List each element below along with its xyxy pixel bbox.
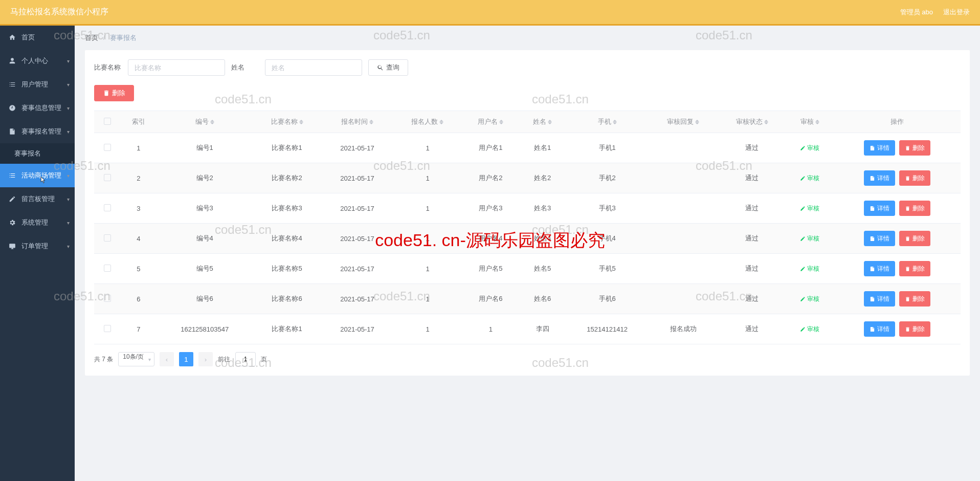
cell-date: 2021-05-17 (321, 314, 393, 344)
cell-user: 用户名6 (462, 284, 519, 314)
col-header-1[interactable]: 编号 (157, 111, 253, 133)
audit-button[interactable]: 审核 (800, 234, 819, 243)
cell-realname: 姓名4 (520, 224, 566, 254)
trash-icon (905, 326, 910, 332)
submenu-registration[interactable]: 赛事报名 (0, 143, 75, 164)
batch-delete-button[interactable]: 删除 (94, 85, 134, 101)
detail-button[interactable]: 详情 (864, 261, 895, 276)
doc-icon (870, 266, 875, 272)
audit-button[interactable]: 审核 (800, 174, 819, 183)
content-card: 比赛名称 姓名 查询 删除 索引编号比赛名称报名时间报名人数用户名姓名手机审核回… (85, 50, 970, 376)
col-header-6[interactable]: 姓名 (520, 111, 566, 133)
cell-date: 2021-05-17 (321, 133, 393, 163)
detail-button[interactable]: 详情 (864, 231, 895, 246)
col-header-5[interactable]: 用户名 (462, 111, 519, 133)
sort-icon (499, 120, 503, 124)
col-header-11[interactable]: 操作 (833, 111, 961, 133)
edit-icon (800, 296, 806, 302)
col-header-4[interactable]: 报名人数 (393, 111, 462, 133)
cell-reply: 报名成功 (649, 314, 717, 344)
cell-status: 通过 (718, 284, 786, 314)
query-button[interactable]: 查询 (368, 59, 408, 76)
sidebar-item-label: 活动商场管理 (21, 171, 61, 180)
row-checkbox[interactable] (104, 325, 111, 332)
col-header-0[interactable]: 索引 (120, 111, 157, 133)
detail-button[interactable]: 详情 (864, 321, 895, 337)
delete-button[interactable]: 删除 (899, 140, 930, 156)
audit-button[interactable]: 审核 (800, 295, 819, 303)
sidebar-item-4[interactable]: 赛事报名管理▾ (0, 120, 75, 143)
table-row: 5 编号5 比赛名称5 2021-05-17 1 用户名5 姓名5 手机5 通过… (94, 254, 961, 284)
realname-input[interactable] (265, 59, 362, 76)
cell-idx: 3 (120, 193, 157, 224)
col-header-8[interactable]: 审核回复 (649, 111, 717, 133)
cell-name: 比赛名称3 (253, 193, 321, 224)
chevron-down-icon: ▾ (67, 82, 70, 88)
audit-button[interactable]: 审核 (800, 325, 819, 334)
detail-button[interactable]: 详情 (864, 170, 895, 186)
col-header-2[interactable]: 比赛名称 (253, 111, 321, 133)
breadcrumb-home[interactable]: 首页 (85, 34, 98, 41)
delete-button[interactable]: 删除 (899, 291, 930, 307)
trash-icon (905, 145, 910, 151)
sidebar-item-6[interactable]: 留言板管理▾ (0, 187, 75, 211)
col-header-9[interactable]: 审核状态 (718, 111, 786, 133)
detail-button[interactable]: 详情 (864, 201, 895, 216)
sidebar-item-7[interactable]: 系统管理▾ (0, 211, 75, 234)
goto-label: 前往 (218, 355, 230, 364)
sidebar-item-2[interactable]: 用户管理▾ (0, 73, 75, 96)
cell-idx: 2 (120, 163, 157, 193)
col-header-7[interactable]: 手机 (566, 111, 649, 133)
select-all-checkbox[interactable] (104, 118, 111, 125)
cell-code: 编号5 (157, 254, 253, 284)
sidebar-item-1[interactable]: 个人中心▾ (0, 49, 75, 73)
col-header-10[interactable]: 审核 (786, 111, 833, 133)
sidebar-item-8[interactable]: 订单管理▾ (0, 234, 75, 258)
page-size-select[interactable]: 10条/页 ▾ (118, 352, 154, 366)
list-icon (8, 172, 16, 179)
sidebar-item-0[interactable]: 首页 (0, 26, 75, 49)
admin-label[interactable]: 管理员 abo (900, 8, 933, 17)
audit-button[interactable]: 审核 (800, 265, 819, 273)
goto-input[interactable] (235, 352, 256, 366)
cell-name: 比赛名称4 (253, 224, 321, 254)
cell-reply (649, 224, 717, 254)
next-page-button[interactable]: › (198, 352, 213, 366)
sidebar-item-5[interactable]: 活动商场管理▾ (0, 164, 75, 187)
cell-realname: 姓名1 (520, 133, 566, 163)
match-name-input[interactable] (128, 59, 225, 76)
cell-status: 通过 (718, 133, 786, 163)
audit-button[interactable]: 审核 (800, 204, 819, 213)
col-header-3[interactable]: 报名时间 (321, 111, 393, 133)
delete-button[interactable]: 删除 (899, 231, 930, 246)
row-checkbox[interactable] (104, 265, 111, 272)
sidebar-item-3[interactable]: 赛事信息管理▾ (0, 96, 75, 120)
cell-count: 1 (393, 314, 462, 344)
prev-page-button[interactable]: ‹ (160, 352, 174, 366)
chevron-down-icon: ▾ (67, 220, 70, 226)
delete-button[interactable]: 删除 (899, 261, 930, 276)
doc-icon (870, 296, 875, 302)
logout-link[interactable]: 退出登录 (943, 8, 970, 17)
sort-icon (613, 120, 617, 124)
page-1-button[interactable]: 1 (179, 352, 193, 366)
delete-button[interactable]: 删除 (899, 201, 930, 216)
pagination: 共 7 条 10条/页 ▾ ‹ 1 › 前往 页 (94, 352, 961, 366)
detail-button[interactable]: 详情 (864, 291, 895, 307)
sort-icon (369, 120, 373, 124)
doc-icon (8, 128, 16, 135)
row-checkbox[interactable] (104, 174, 111, 181)
row-checkbox[interactable] (104, 234, 111, 242)
cell-user: 1 (462, 314, 519, 344)
row-checkbox[interactable] (104, 295, 111, 302)
row-checkbox[interactable] (104, 204, 111, 211)
audit-button[interactable]: 审核 (800, 144, 819, 152)
cell-code: 编号4 (157, 224, 253, 254)
delete-button[interactable]: 删除 (899, 170, 930, 186)
row-checkbox[interactable] (104, 144, 111, 151)
delete-button[interactable]: 删除 (899, 321, 930, 337)
detail-button[interactable]: 详情 (864, 140, 895, 156)
sort-icon (548, 120, 552, 124)
sidebar-item-label: 用户管理 (21, 80, 48, 89)
cell-count: 1 (393, 254, 462, 284)
